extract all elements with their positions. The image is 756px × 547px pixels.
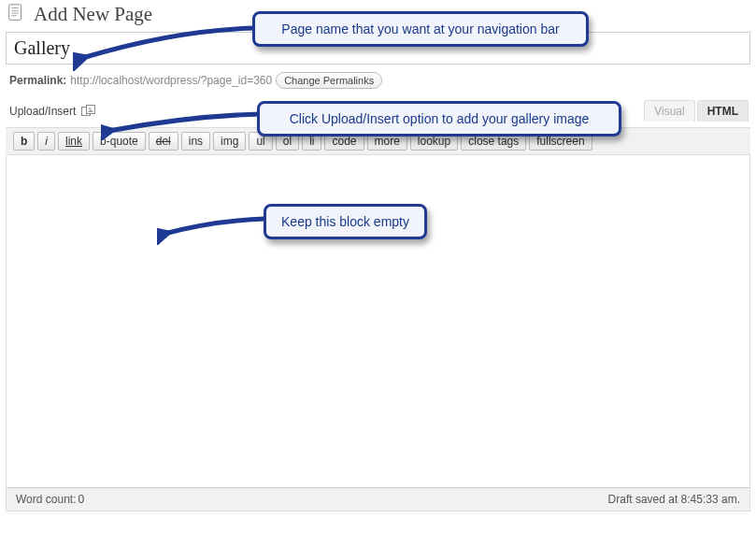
quicktag-b[interactable]: b: [13, 132, 35, 151]
svg-rect-0: [9, 5, 21, 21]
arrow-to-title: [73, 19, 260, 71]
page-icon: [6, 3, 26, 26]
callout-page-name: Page name that you want at your navigati…: [252, 11, 589, 47]
draft-saved-text: Draft saved at 8:45:33 am.: [608, 493, 740, 506]
tab-visual[interactable]: Visual: [644, 100, 694, 122]
change-permalinks-button[interactable]: Change Permalinks: [276, 72, 382, 89]
tab-html[interactable]: HTML: [697, 100, 749, 122]
arrow-to-upload: [101, 103, 264, 140]
add-media-icon[interactable]: [81, 105, 96, 118]
word-count-label: Word count:: [16, 493, 76, 506]
status-bar: Word count: 0 Draft saved at 8:45:33 am.: [6, 487, 750, 511]
permalink-row: Permalink: http://localhost/wordpress/?p…: [0, 68, 756, 94]
permalink-label: Permalink:: [9, 74, 66, 87]
quicktag-i[interactable]: i: [37, 132, 55, 151]
upload-insert-label: Upload/Insert: [9, 105, 76, 118]
word-count-value: 0: [78, 493, 84, 506]
arrow-to-content: [157, 208, 269, 245]
callout-keep-empty: Keep this block empty: [264, 204, 427, 239]
permalink-url: http://localhost/wordpress/?page_id=360: [70, 74, 272, 87]
quicktag-link[interactable]: link: [58, 132, 90, 151]
callout-upload-insert: Click Upload/Insert option to add your g…: [257, 101, 621, 137]
svg-point-7: [89, 108, 91, 109]
